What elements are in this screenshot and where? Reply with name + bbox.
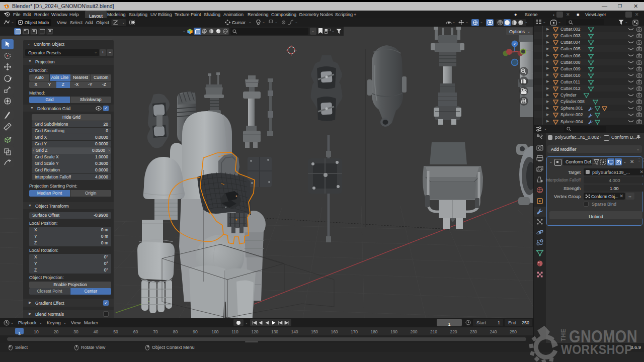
svg-text:THE: THE [560, 329, 567, 342]
svg-text:WORKSHOP: WORKSHOP [561, 342, 632, 356]
svg-text:Z: Z [514, 42, 516, 46]
